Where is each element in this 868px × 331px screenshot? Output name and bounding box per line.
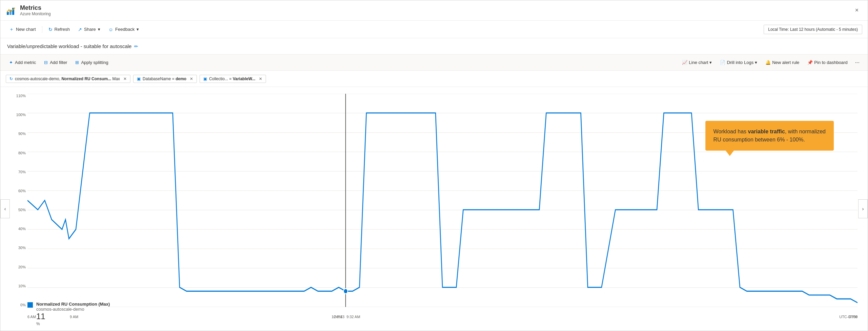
callout-box: Workload has variable traffic, with norm…: [705, 121, 834, 151]
pin-to-dashboard-label: Pin to dashboard: [814, 60, 847, 65]
feedback-label: Feedback: [115, 27, 135, 32]
legend-unit: %: [36, 322, 40, 326]
feedback-icon: ☺: [108, 27, 113, 32]
drill-logs-icon: 📄: [720, 60, 725, 65]
nav-arrow-right[interactable]: ›: [858, 199, 868, 218]
y-label-110: 110%: [16, 94, 26, 98]
collection-filter-remove[interactable]: ✕: [259, 76, 262, 81]
toolbar-separator-1: [42, 26, 42, 33]
chart-area: ‹ › 110% 100% 90% 80% 70% 60% 50% 40% 30…: [0, 87, 868, 331]
drill-logs-chevron-icon: ▾: [755, 60, 757, 65]
line-chart-button[interactable]: 📈 Line chart ▾: [679, 58, 715, 67]
legend-info: Normalized RU Consumption (Max) cosmos-a…: [36, 302, 110, 326]
line-chart-icon: 📈: [682, 60, 687, 65]
alert-icon: 🔔: [765, 60, 771, 65]
collection-filter-icon: ▣: [203, 76, 207, 81]
add-metric-label: Add metric: [15, 60, 36, 65]
new-chart-label: New chart: [16, 27, 36, 32]
pin-to-dashboard-button[interactable]: 📌 Pin to dashboard: [804, 58, 851, 67]
chart-title: Variable/unpredictable workload - suitab…: [7, 43, 131, 49]
title-bar-left: Metrics Azure Monitoring: [6, 4, 851, 17]
app-subtitle: Azure Monitoring: [20, 12, 51, 16]
metric-tag-text-normal: cosmos-autoscale-demo, Normalized RU Con…: [15, 76, 120, 81]
add-filter-button[interactable]: ⊟ Add filter: [41, 58, 70, 67]
edit-icon[interactable]: ✏: [134, 44, 138, 49]
db-filter-icon: ▣: [137, 76, 141, 81]
db-filter-remove[interactable]: ✕: [190, 76, 193, 81]
new-alert-rule-button[interactable]: 🔔 New alert rule: [762, 58, 803, 67]
chart-legend: Normalized RU Consumption (Max) cosmos-a…: [27, 299, 857, 329]
new-chart-button[interactable]: ＋ New chart: [6, 24, 39, 35]
refresh-label: Refresh: [55, 27, 70, 32]
close-button[interactable]: ×: [851, 5, 862, 16]
y-label-80: 80%: [18, 151, 26, 155]
callout-text: Workload has variable traffic, with norm…: [714, 129, 826, 142]
app-icon: [6, 5, 17, 16]
y-label-50: 50%: [18, 208, 26, 212]
filter-tag-metric[interactable]: ↻ cosmos-autoscale-demo, Normalized RU C…: [6, 75, 130, 83]
legend-value-group: 11 %: [36, 312, 110, 326]
more-options-button[interactable]: ···: [852, 58, 862, 67]
metric-toolbar: ✦ Add metric ⊟ Add filter ⊞ Apply splitt…: [0, 54, 868, 71]
chart-title-bar: Variable/unpredictable workload - suitab…: [0, 38, 868, 54]
y-label-0: 0%: [20, 303, 26, 307]
y-label-70: 70%: [18, 170, 26, 174]
title-bar: Metrics Azure Monitoring ×: [0, 0, 868, 21]
plus-icon: ＋: [9, 26, 14, 32]
app-title-group: Metrics Azure Monitoring: [20, 4, 51, 17]
metric-toolbar-right: 📈 Line chart ▾ 📄 Drill into Logs ▾ 🔔 New…: [679, 58, 862, 67]
add-metric-button[interactable]: ✦ Add metric: [6, 58, 39, 67]
y-label-100: 100%: [16, 113, 26, 117]
add-metric-icon: ✦: [9, 60, 13, 65]
drill-into-logs-label: Drill into Logs: [727, 60, 753, 65]
legend-subtitle: cosmos-autoscale-demo: [36, 307, 110, 312]
y-label-10: 10%: [18, 284, 26, 288]
app-window: Metrics Azure Monitoring × ＋ New chart ↻…: [0, 0, 868, 331]
new-alert-rule-label: New alert rule: [772, 60, 799, 65]
feedback-chevron-icon: ▾: [137, 27, 139, 32]
metric-tag-remove[interactable]: ✕: [123, 76, 127, 81]
metric-toolbar-left: ✦ Add metric ⊟ Add filter ⊞ Apply splitt…: [6, 58, 112, 67]
filter-tag-database[interactable]: ▣ DatabaseName = demo ✕: [133, 75, 197, 83]
app-title: Metrics: [20, 4, 51, 12]
legend-swatch: [27, 302, 33, 308]
svg-point-17: [344, 289, 348, 294]
refresh-button[interactable]: ↻ Refresh: [45, 25, 74, 34]
refresh-icon: ↻: [48, 27, 53, 32]
drill-into-logs-button[interactable]: 📄 Drill into Logs ▾: [717, 58, 761, 67]
db-filter-text: DatabaseName = demo: [143, 76, 186, 81]
y-label-30: 30%: [18, 246, 26, 250]
share-label: Share: [84, 27, 96, 32]
nav-arrow-left[interactable]: ‹: [0, 199, 10, 218]
y-label-40: 40%: [18, 227, 26, 231]
line-chart-label: Line chart: [689, 60, 708, 65]
time-selector-button[interactable]: Local Time: Last 12 hours (Automatic - 5…: [764, 25, 862, 34]
toolbar-right: Local Time: Last 12 hours (Automatic - 5…: [764, 25, 862, 34]
filter-tag-collection[interactable]: ▣ Collectio... = VariableW... ✕: [200, 75, 266, 83]
share-chevron-icon: ▾: [98, 27, 100, 32]
filter-icon: ⊟: [44, 60, 48, 65]
apply-splitting-button[interactable]: ⊞ Apply splitting: [72, 58, 111, 67]
y-label-90: 90%: [18, 132, 26, 136]
toolbar: ＋ New chart ↻ Refresh ↗ Share ▾ ☺ Feedba…: [0, 21, 868, 38]
feedback-button[interactable]: ☺ Feedback ▾: [105, 25, 142, 34]
metric-tag-icon: ↻: [9, 76, 13, 81]
y-label-20: 20%: [18, 265, 26, 269]
pin-icon: 📌: [807, 60, 813, 65]
y-label-60: 60%: [18, 189, 26, 193]
share-button[interactable]: ↗ Share ▾: [75, 25, 104, 34]
legend-title: Normalized RU Consumption (Max): [36, 302, 110, 307]
collection-filter-text: Collectio... = VariableW...: [209, 76, 255, 81]
legend-value: 11: [36, 312, 110, 321]
add-filter-label: Add filter: [50, 60, 67, 65]
apply-splitting-label: Apply splitting: [81, 60, 108, 65]
line-chart-chevron-icon: ▾: [709, 60, 712, 65]
share-icon: ↗: [78, 27, 82, 32]
filter-bar: ↻ cosmos-autoscale-demo, Normalized RU C…: [0, 71, 868, 87]
splitting-icon: ⊞: [75, 60, 79, 65]
